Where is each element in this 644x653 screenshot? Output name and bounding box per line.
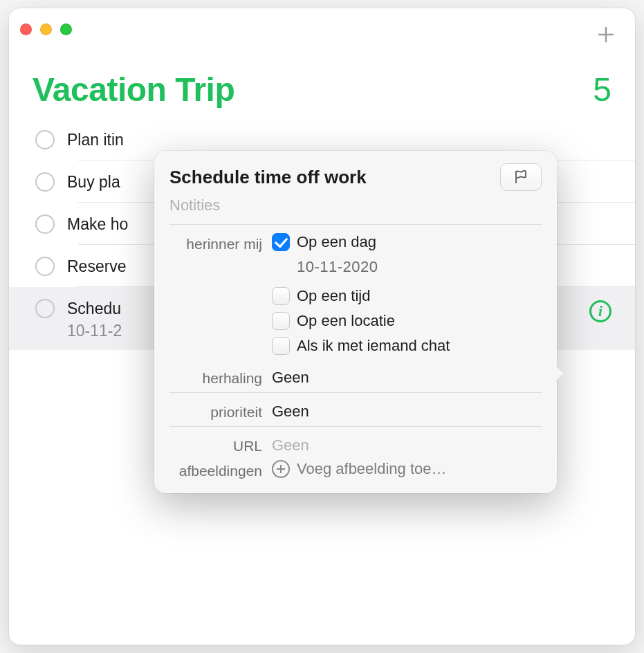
add-reminder-button[interactable] [596,25,616,48]
on-day-option[interactable]: Op een dag [272,233,450,251]
item-title[interactable]: Make ho [67,213,128,235]
reminders-window: Vacation Trip 5 Plan itin Buy pla Make h… [9,8,635,645]
complete-toggle[interactable] [35,214,55,234]
close-window-button[interactable] [20,24,32,35]
item-title[interactable]: Schedu [67,297,122,320]
on-location-option[interactable]: Op een locatie [272,312,450,330]
divider [169,392,542,393]
on-day-label: Op een dag [297,233,376,251]
notes-field[interactable]: Notities [169,196,542,220]
remind-label: herinner mij [169,233,272,252]
popover-header: Schedule time off work [169,163,542,191]
priority-row[interactable]: prioriteit Geen [169,401,542,421]
repeat-row[interactable]: herhaling Geen [169,367,542,387]
info-button[interactable]: i [589,300,611,322]
images-row: afbeeldingen Voeg afbeelding toe… [169,460,542,479]
complete-toggle[interactable] [35,172,55,192]
complete-toggle[interactable] [35,299,55,318]
priority-value[interactable]: Geen [272,401,309,421]
when-messaging-checkbox[interactable] [272,337,290,355]
on-time-label: Op een tijd [297,287,370,305]
item-date: 10-11-2 [67,322,122,340]
complete-toggle[interactable] [35,130,55,149]
flag-button[interactable] [500,163,542,191]
remind-row: herinner mij Op een dag 10-11-2020 Op ee… [169,233,542,362]
priority-label: prioriteit [169,401,272,421]
reminder-title-field[interactable]: Schedule time off work [169,167,367,188]
plus-icon [596,25,616,44]
on-time-checkbox[interactable] [272,287,290,305]
images-label: afbeeldingen [169,460,272,479]
on-location-label: Op een locatie [297,312,395,330]
on-day-date[interactable]: 10-11-2020 [297,258,450,276]
window-controls [20,24,72,35]
divider [169,426,542,427]
when-messaging-option[interactable]: Als ik met iemand chat [272,337,450,355]
list-count: 5 [593,71,611,109]
item-title[interactable]: Buy pla [67,171,120,193]
reminder-details-popover: Schedule time off work Notities herinner… [154,151,557,493]
on-location-checkbox[interactable] [272,312,290,330]
url-field[interactable]: Geen [272,435,309,454]
maximize-window-button[interactable] [60,24,72,35]
when-messaging-label: Als ik met iemand chat [297,337,450,355]
url-row[interactable]: URL Geen [169,435,542,454]
list-header: Vacation Trip 5 [9,50,635,114]
divider [169,224,542,225]
minimize-window-button[interactable] [40,24,52,35]
item-title[interactable]: Plan itin [67,129,124,151]
add-image-button[interactable]: Voeg afbeelding toe… [272,460,447,478]
plus-circle-icon [272,460,290,478]
add-image-label: Voeg afbeelding toe… [297,460,447,478]
flag-icon [514,169,528,185]
repeat-label: herhaling [169,367,272,387]
titlebar [9,8,635,50]
item-title[interactable]: Reserve [67,255,127,277]
repeat-value[interactable]: Geen [272,367,309,387]
complete-toggle[interactable] [35,257,55,276]
url-label: URL [169,435,272,454]
on-day-checkbox[interactable] [272,233,290,251]
on-time-option[interactable]: Op een tijd [272,287,450,305]
list-title: Vacation Trip [33,71,234,109]
